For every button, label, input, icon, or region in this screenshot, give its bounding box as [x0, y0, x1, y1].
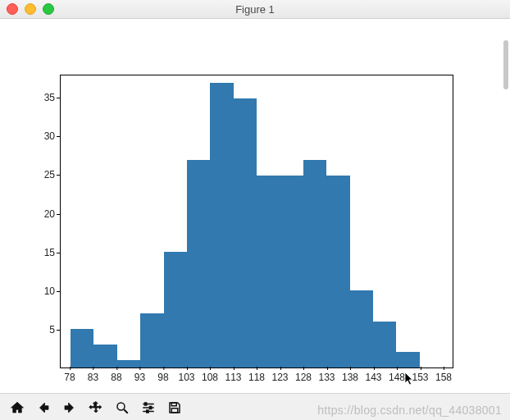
histogram-bar [93, 345, 116, 368]
sliders-icon [141, 400, 156, 415]
svg-rect-8 [171, 403, 176, 406]
watermark: https://blog.csdn.net/qq_44038001 [317, 404, 502, 417]
x-tick-label: 93 [134, 372, 145, 383]
x-tick-label: 128 [295, 372, 312, 383]
save-button[interactable] [162, 396, 187, 419]
svg-line-1 [124, 409, 128, 413]
x-tick-label: 113 [225, 372, 241, 383]
histogram-bar [303, 160, 326, 368]
x-tick-label: 148 [389, 372, 405, 383]
pan-button[interactable] [84, 396, 108, 419]
plot-axes [60, 75, 453, 368]
x-tick-label: 138 [342, 372, 358, 383]
magnify-icon [115, 400, 130, 415]
histogram-bar [234, 98, 257, 368]
histogram-bar [257, 176, 280, 368]
y-tick-label: 20 [14, 208, 55, 220]
histogram-bar [164, 252, 187, 368]
y-tick-label: 25 [14, 169, 55, 180]
scrollbar[interactable] [503, 40, 508, 89]
save-icon [167, 400, 182, 415]
arrow-right-icon [62, 400, 77, 415]
y-tick-label: 35 [14, 92, 55, 103]
x-tick-label: 78 [64, 372, 75, 383]
y-tick-label: 5 [14, 324, 55, 336]
move-icon [89, 400, 103, 415]
y-tick-label: 30 [14, 130, 55, 142]
svg-point-0 [117, 403, 125, 410]
svg-rect-6 [150, 407, 152, 409]
y-tick-label: 15 [14, 247, 55, 258]
x-tick-label: 158 [435, 372, 452, 383]
svg-rect-9 [171, 409, 178, 413]
x-tick-label: 143 [365, 372, 381, 383]
forward-button[interactable] [57, 396, 82, 419]
arrow-left-icon [36, 400, 51, 415]
histogram-bar [187, 160, 210, 368]
y-tick-label: 10 [14, 285, 55, 297]
window-titlebar: Figure 1 [0, 0, 510, 19]
x-tick-label: 133 [318, 372, 335, 383]
x-tick-label: 83 [88, 372, 98, 383]
histogram-bar [350, 290, 373, 368]
histogram-bar [71, 329, 93, 368]
subplots-button[interactable] [136, 396, 161, 419]
histogram-bar [280, 176, 303, 368]
zoom-button[interactable] [110, 396, 134, 419]
histogram-bar [396, 352, 419, 368]
x-tick-label: 88 [111, 372, 121, 383]
home-icon [10, 400, 25, 415]
x-tick-label: 98 [157, 372, 168, 383]
histogram-bar [326, 176, 349, 368]
x-tick-label: 123 [271, 372, 288, 383]
histogram-bar [373, 322, 396, 368]
svg-rect-5 [145, 403, 147, 405]
home-button[interactable] [5, 396, 30, 419]
figure-canvas: 5101520253035 78838893981031081131181231… [0, 19, 510, 393]
histogram-bar [140, 313, 163, 368]
histogram-bar [210, 83, 233, 368]
bars-container [61, 75, 453, 368]
matplotlib-toolbar: https://blog.csdn.net/qq_44038001 [0, 393, 510, 420]
x-tick-label: 108 [202, 372, 218, 383]
x-tick-label: 153 [412, 372, 428, 383]
svg-rect-7 [147, 410, 148, 413]
histogram-bar [117, 360, 140, 368]
window-title: Figure 1 [0, 3, 510, 16]
back-button[interactable] [31, 396, 56, 419]
x-tick-label: 118 [248, 372, 265, 383]
x-tick-label: 103 [178, 372, 194, 383]
